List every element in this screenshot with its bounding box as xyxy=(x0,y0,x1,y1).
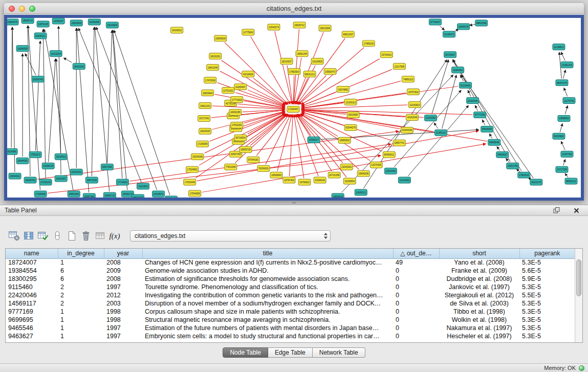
graph-node[interactable]: 17485226 xyxy=(362,40,375,47)
graph-node[interactable]: 18517694 xyxy=(101,164,113,170)
graph-edge[interactable] xyxy=(245,114,285,137)
graph-edge[interactable] xyxy=(113,30,127,190)
full-detail-icon[interactable] xyxy=(50,229,64,243)
graph-edge[interactable] xyxy=(114,30,170,195)
graph-node[interactable]: 11175783 xyxy=(563,98,575,104)
close-window-button[interactable] xyxy=(9,6,15,12)
graph-edge[interactable] xyxy=(440,26,445,30)
vertical-scrollbar[interactable] xyxy=(575,249,582,342)
graph-edge[interactable] xyxy=(77,28,89,192)
graph-node[interactable]: 18957741 xyxy=(393,140,405,146)
graph-node[interactable]: 16265407 xyxy=(234,84,247,90)
import-table-icon[interactable] xyxy=(93,229,107,243)
graph-node[interactable]: 18083728 xyxy=(239,146,252,152)
graph-node[interactable]: 18724007 xyxy=(444,52,456,58)
graph-node[interactable]: 91544276 xyxy=(344,124,357,130)
graph-edge[interactable] xyxy=(294,29,299,104)
graph-node[interactable]: 19019929 xyxy=(106,22,118,28)
column-header-year[interactable]: year xyxy=(104,249,142,258)
graph-node[interactable]: 17236055 xyxy=(197,141,209,147)
graph-node[interactable]: 16020511 xyxy=(171,27,183,33)
graph-edge[interactable] xyxy=(442,75,456,129)
minimize-window-button[interactable] xyxy=(19,6,25,12)
column-header-title[interactable]: title xyxy=(142,249,393,258)
graph-node[interactable]: 15139672 xyxy=(153,191,165,197)
graph-node[interactable]: 17734920 xyxy=(116,179,128,185)
graph-node[interactable]: 10391209 xyxy=(561,62,573,68)
graph-node[interactable]: 16402507 xyxy=(55,176,67,182)
graph-node[interactable]: 10834042 xyxy=(332,193,344,198)
graph-node[interactable]: 17892503 xyxy=(288,69,300,75)
graph-edge[interactable] xyxy=(560,123,562,132)
graph-node[interactable]: 9463627 xyxy=(496,151,509,158)
graph-node[interactable]: 19564376 xyxy=(7,19,18,25)
graph-node[interactable]: 10870135 xyxy=(37,21,49,27)
delete-column-icon[interactable] xyxy=(79,229,93,243)
graph-node[interactable]: 12076305 xyxy=(370,162,382,168)
close-panel-icon[interactable] xyxy=(569,204,583,217)
graph-edge[interactable] xyxy=(489,134,492,138)
graph-node[interactable]: 15769922 xyxy=(298,179,311,185)
graph-node[interactable]: 9847074 xyxy=(556,80,568,86)
table-row[interactable]: 977716911998Corpus callosum shape and si… xyxy=(6,308,575,316)
graph-node[interactable]: 17524802 xyxy=(186,166,199,172)
column-header-out_de[interactable]: △ out_de… xyxy=(393,249,439,258)
graph-node[interactable]: 18563806 xyxy=(70,20,82,26)
graph-node[interactable]: 97544160 xyxy=(247,157,259,163)
graph-node[interactable]: 10196372 xyxy=(443,31,455,37)
column-header-name[interactable]: name xyxy=(6,249,58,258)
graph-node[interactable]: 16319204 xyxy=(50,51,62,57)
graph-edge[interactable] xyxy=(113,30,122,178)
graph-edge[interactable] xyxy=(469,24,475,25)
graph-node[interactable]: 17306948 xyxy=(34,191,47,197)
graph-node[interactable]: 77813365 xyxy=(225,164,237,170)
float-panel-icon[interactable] xyxy=(549,204,563,217)
graph-node[interactable]: 19334038 xyxy=(191,154,204,160)
graph-edge[interactable] xyxy=(432,60,449,114)
graph-node[interactable]: 18030291 xyxy=(209,53,222,59)
graph-node[interactable]: 11239812 xyxy=(553,44,565,50)
graph-edge[interactable] xyxy=(11,27,12,147)
graph-node[interactable]: 15567342 xyxy=(83,193,95,198)
zoom-window-button[interactable] xyxy=(29,6,35,12)
graph-node[interactable]: 19482715 xyxy=(103,192,116,198)
tab-node-table[interactable]: Node Table xyxy=(223,347,268,358)
graph-edge[interactable] xyxy=(563,159,565,165)
graph-edge[interactable] xyxy=(475,105,477,111)
graph-node[interactable]: 19873258 xyxy=(85,177,98,183)
graph-node[interactable]: 19734410 xyxy=(380,52,393,58)
graph-node[interactable]: 18300295 xyxy=(229,109,242,115)
graph-edge[interactable] xyxy=(453,59,521,171)
table-row[interactable]: 1830029562008Estimation of significance … xyxy=(6,275,575,283)
graph-node[interactable]: 9930982 xyxy=(553,133,565,139)
function-builder-icon[interactable]: f(x) xyxy=(107,229,122,243)
graph-node[interactable]: 9862596 xyxy=(475,20,488,26)
panel-splitter[interactable] xyxy=(0,201,588,205)
graph-node[interactable]: 9778247 xyxy=(429,19,441,25)
graph-edge[interactable] xyxy=(107,30,112,163)
graph-edge[interactable] xyxy=(277,114,292,171)
graph-node[interactable]: 18301758 xyxy=(507,163,519,169)
network-canvas[interactable]: 1724044718030291168120451747052818839940… xyxy=(7,18,581,198)
column-header-short[interactable]: short xyxy=(439,249,519,258)
graph-node[interactable]: 76354291 xyxy=(257,165,270,171)
table-settings-icon[interactable] xyxy=(7,229,21,243)
graph-node[interactable]: 15234811 xyxy=(55,154,67,160)
graph-node[interactable]: 16162049 xyxy=(406,114,418,120)
graph-node[interactable]: 16288134 xyxy=(42,163,54,169)
graph-node[interactable]: 12543274 xyxy=(268,24,280,30)
graph-edge[interactable] xyxy=(561,52,565,61)
graph-node[interactable]: 12160362 xyxy=(424,115,437,121)
table-row[interactable]: 946554611997Estimation of the future num… xyxy=(6,324,575,332)
scrollbar-thumb[interactable] xyxy=(576,259,581,296)
graph-node[interactable]: 18286059 xyxy=(16,46,29,52)
graph-edge[interactable] xyxy=(561,141,565,150)
graph-edge[interactable] xyxy=(482,120,485,125)
graph-node[interactable]: 20058740 xyxy=(32,76,44,82)
tab-edge-table[interactable]: Edge Table xyxy=(268,347,313,358)
graph-node[interactable]: 17018145 xyxy=(39,179,52,185)
graph-edge[interactable] xyxy=(516,169,520,172)
graph-node[interactable]: 11683112 xyxy=(355,189,367,195)
graph-node[interactable]: 12751421 xyxy=(222,87,234,94)
graph-node[interactable]: 18200025 xyxy=(199,128,211,134)
